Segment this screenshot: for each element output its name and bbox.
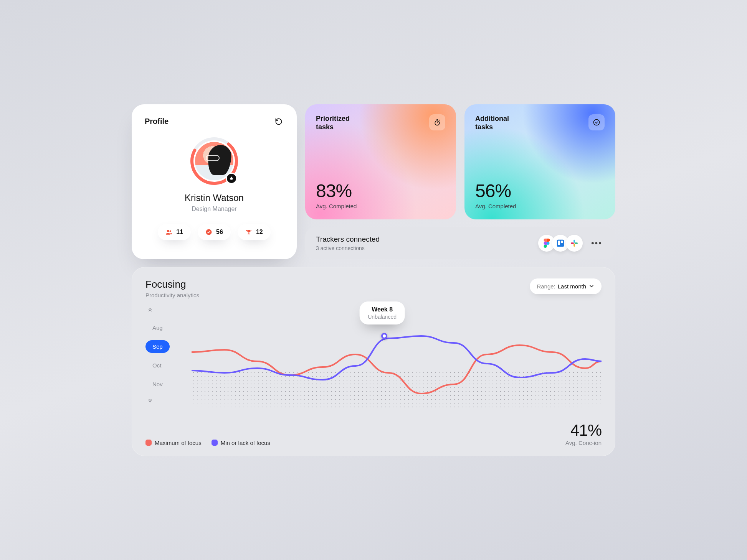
svg-point-3 bbox=[170, 230, 172, 232]
month-sep[interactable]: Sep bbox=[145, 340, 170, 353]
svg-point-7 bbox=[546, 242, 549, 245]
tooltip-status: Unbalanced bbox=[368, 314, 397, 320]
chart-highlight-marker[interactable] bbox=[381, 333, 387, 339]
chevrons-down-icon bbox=[147, 398, 153, 404]
dashboard: Profile Kristin Watson Design Mana bbox=[132, 104, 615, 456]
month-scroll-down[interactable] bbox=[145, 397, 155, 407]
refresh-button[interactable] bbox=[274, 117, 284, 127]
card-sublabel: Avg. Completed bbox=[316, 203, 445, 209]
svg-rect-14 bbox=[571, 242, 574, 244]
tooltip-week: Week 8 bbox=[368, 306, 397, 313]
focusing-panel: Focusing Productivity analytics Range: L… bbox=[132, 267, 615, 456]
month-rail: AugSepOctNov bbox=[145, 304, 188, 419]
stat-checks-value: 56 bbox=[216, 229, 223, 236]
profile-card: Profile Kristin Watson Design Mana bbox=[132, 104, 297, 259]
month-oct[interactable]: Oct bbox=[145, 359, 170, 372]
tracker-icons: ••• bbox=[538, 235, 605, 252]
range-selector[interactable]: Range: Last month bbox=[530, 278, 602, 294]
check-circle-icon bbox=[588, 114, 605, 130]
month-aug[interactable]: Aug bbox=[145, 321, 170, 334]
trackers-title: Trackers connected bbox=[316, 235, 380, 244]
profile-stats: 11 56 12 bbox=[145, 224, 284, 240]
range-value: Last month bbox=[558, 283, 586, 290]
card-prioritized-tasks[interactable]: Prioritized tasks 83% Avg. Completed bbox=[305, 104, 456, 219]
chart-tooltip: Week 8 Unbalanced bbox=[359, 301, 405, 324]
chart-legend: Maximum of focus Min or lack of focus bbox=[145, 440, 270, 446]
avatar-container bbox=[190, 137, 239, 186]
month-scroll-up[interactable] bbox=[145, 305, 155, 315]
svg-point-6 bbox=[594, 119, 600, 125]
stat-trophies[interactable]: 12 bbox=[238, 224, 271, 240]
concentration-label: Avg. Conc-ion bbox=[565, 440, 602, 446]
focusing-subtitle: Productivity analytics bbox=[145, 292, 199, 298]
profile-role: Design Manager bbox=[145, 206, 284, 212]
top-right-column: Prioritized tasks 83% Avg. Completed bbox=[305, 104, 615, 259]
card-value: 83% bbox=[316, 180, 445, 201]
card-title-line2: tasks bbox=[316, 123, 334, 131]
svg-rect-10 bbox=[561, 240, 563, 243]
figma-icon bbox=[543, 238, 550, 248]
concentration-readout: 41% Avg. Conc-ion bbox=[565, 421, 602, 446]
stopwatch-icon bbox=[429, 114, 445, 130]
trello-icon bbox=[556, 239, 565, 247]
legend-item-max: Maximum of focus bbox=[145, 440, 202, 446]
trackers-more-button[interactable]: ••• bbox=[589, 238, 605, 248]
svg-rect-12 bbox=[575, 242, 578, 244]
tracker-slack[interactable] bbox=[566, 235, 583, 252]
svg-rect-11 bbox=[573, 239, 575, 242]
legend-item-min: Min or lack of focus bbox=[212, 440, 270, 446]
trophy-icon bbox=[245, 229, 252, 236]
stat-trophies-value: 12 bbox=[256, 229, 263, 236]
focusing-title: Focusing bbox=[145, 278, 199, 290]
card-title-line1: Additional bbox=[475, 115, 509, 122]
check-badge-icon bbox=[205, 229, 212, 236]
trackers-bar: Trackers connected 3 active connections bbox=[305, 227, 615, 259]
card-value: 56% bbox=[475, 180, 605, 201]
stat-team-value: 11 bbox=[176, 229, 183, 236]
legend-label-min: Min or lack of focus bbox=[221, 440, 270, 446]
range-label: Range: bbox=[537, 283, 555, 290]
slack-icon bbox=[570, 239, 578, 247]
svg-rect-9 bbox=[558, 240, 560, 245]
card-additional-tasks[interactable]: Additional tasks 56% Avg. Completed bbox=[464, 104, 615, 219]
swatch-purple bbox=[212, 440, 218, 446]
team-icon bbox=[165, 229, 172, 236]
star-badge bbox=[226, 173, 237, 184]
profile-heading: Profile bbox=[145, 117, 169, 126]
month-nov[interactable]: Nov bbox=[145, 378, 170, 390]
star-icon bbox=[229, 176, 234, 181]
card-title: Additional tasks bbox=[475, 114, 509, 132]
trackers-subtitle: 3 active connections bbox=[316, 245, 380, 251]
concentration-value: 41% bbox=[565, 421, 602, 440]
focus-chart: Week 8 Unbalanced bbox=[192, 304, 602, 419]
card-title-line1: Prioritized bbox=[316, 115, 350, 122]
svg-point-2 bbox=[167, 230, 169, 232]
swatch-red bbox=[145, 440, 152, 446]
svg-rect-13 bbox=[573, 243, 575, 246]
card-title: Prioritized tasks bbox=[316, 114, 350, 132]
chevron-down-icon bbox=[588, 283, 595, 289]
card-title-line2: tasks bbox=[475, 123, 493, 131]
card-sublabel: Avg. Completed bbox=[475, 203, 605, 209]
legend-label-max: Maximum of focus bbox=[155, 440, 202, 446]
stat-checks[interactable]: 56 bbox=[198, 224, 231, 240]
profile-name: Kristin Watson bbox=[145, 193, 284, 203]
stat-team[interactable]: 11 bbox=[158, 224, 191, 240]
chevrons-up-icon bbox=[147, 306, 153, 312]
refresh-icon bbox=[275, 118, 283, 125]
stat-cards-row: Prioritized tasks 83% Avg. Completed bbox=[305, 104, 615, 219]
top-row: Profile Kristin Watson Design Mana bbox=[132, 104, 615, 259]
